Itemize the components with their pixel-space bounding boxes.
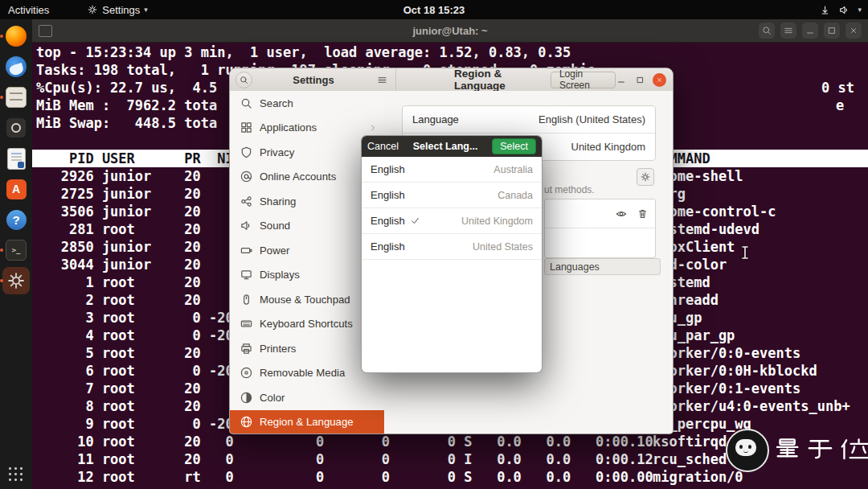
- terminal-close-button[interactable]: [845, 23, 862, 39]
- settings-headerbar-left: Settings: [230, 68, 396, 91]
- files-icon: [6, 87, 27, 108]
- sidebar-item-color[interactable]: Color: [230, 385, 384, 410]
- sidebar-item-label: Search: [260, 97, 293, 109]
- displays-icon: [240, 269, 252, 281]
- chevron-down-icon: ▾: [144, 6, 148, 14]
- minimize-button[interactable]: [616, 74, 627, 85]
- dock-item-terminal[interactable]: >_: [2, 236, 30, 264]
- input-sources-list: [544, 199, 656, 258]
- sidebar-item-label: Removable Media: [260, 367, 345, 379]
- input-source-row[interactable]: [545, 199, 655, 228]
- sidebar-item-label: Power: [260, 244, 289, 257]
- online-accounts-icon: [240, 171, 252, 183]
- terminal-menu-button[interactable]: [780, 23, 796, 39]
- running-indicator-dot: [0, 35, 3, 38]
- window-controls: [616, 73, 666, 87]
- system-tray[interactable]: ▾: [819, 0, 862, 19]
- sidebar-item-search[interactable]: Search: [230, 91, 384, 116]
- dialog-headerbar: Cancel Select Lang... Select: [362, 136, 542, 157]
- dock-item-ubuntu-software[interactable]: A: [2, 175, 30, 203]
- keyboard-icon: [240, 318, 252, 330]
- close-button[interactable]: [653, 73, 666, 87]
- sidebar-item-label: Keyboard Shortcuts: [260, 318, 353, 330]
- dialog-title: Select Lang...: [399, 141, 492, 152]
- sidebar-item-label: Mouse & Touchpad: [260, 294, 350, 306]
- select-button[interactable]: Select: [492, 138, 536, 154]
- dock-item-rhythmbox[interactable]: [2, 114, 30, 142]
- sidebar-item-label: Displays: [260, 269, 300, 281]
- manage-installed-languages-button[interactable]: Languages: [544, 258, 661, 275]
- language-row[interactable]: Language English (United States): [403, 106, 655, 133]
- login-screen-button[interactable]: Login Screen: [551, 72, 616, 88]
- thunderbird-icon: [6, 56, 27, 77]
- dock: A?>_: [0, 19, 32, 489]
- language-name: English: [371, 240, 405, 253]
- terminal-app-icon: [39, 25, 52, 37]
- dock-item-files[interactable]: [2, 84, 30, 111]
- sidebar-item-label: Privacy: [260, 146, 294, 158]
- sidebar-item-label: Region & Language: [260, 416, 354, 428]
- trash-icon[interactable]: [637, 208, 648, 220]
- sidebar-item-region-language[interactable]: Region & Language: [230, 410, 384, 434]
- language-name: English: [371, 189, 405, 201]
- show-applications-button[interactable]: [9, 467, 23, 482]
- mouse-icon: [240, 294, 252, 306]
- formats-value: United Kingdom: [571, 141, 646, 153]
- language-option-australia[interactable]: EnglishAustralia: [362, 157, 542, 183]
- input-sources-caption: ut methods.: [544, 184, 595, 195]
- dock-item-libreoffice-writer[interactable]: [2, 145, 30, 172]
- privacy-icon: [240, 146, 252, 158]
- eye-icon[interactable]: [616, 208, 627, 220]
- qbitai-logo: [726, 429, 769, 472]
- terminal-row: top - 15:23:34 up 3 min, 1 user, load av…: [32, 43, 868, 61]
- maximize-button[interactable]: [634, 74, 645, 85]
- sidebar-item-label: Sound: [260, 220, 290, 232]
- dock-item-firefox[interactable]: [2, 23, 30, 50]
- sidebar-item-label: Sharing: [260, 195, 296, 208]
- removable-media-icon: [240, 367, 252, 379]
- settings-search-button[interactable]: [235, 72, 252, 88]
- clock[interactable]: Oct 18 15:23: [403, 4, 465, 16]
- app-menu[interactable]: Settings ▾: [86, 4, 148, 16]
- settings-headerbar: Settings Region & Language Login Screen: [230, 68, 673, 92]
- region-language-icon: [240, 416, 252, 428]
- sidebar-item-applications[interactable]: Applications: [230, 116, 384, 141]
- input-source-options-button[interactable]: [637, 168, 654, 186]
- language-option-united-kingdom[interactable]: EnglishUnited Kingdom: [362, 208, 542, 234]
- terminal-icon: >_: [6, 240, 27, 261]
- activities-button[interactable]: Activities: [8, 4, 49, 16]
- language-region: Australia: [493, 164, 533, 175]
- firefox-icon: [6, 26, 27, 47]
- settings-menu-button[interactable]: [375, 72, 390, 88]
- check-icon: [411, 216, 420, 226]
- language-region: Canada: [497, 190, 533, 201]
- applications-icon: [240, 121, 252, 134]
- rhythmbox-icon: [6, 118, 26, 138]
- terminal-maximize-button[interactable]: [824, 23, 840, 39]
- dock-item-thunderbird[interactable]: [2, 53, 30, 80]
- ubuntu-software-icon: A: [6, 179, 27, 199]
- printers-icon: [240, 343, 252, 355]
- gear-icon: [86, 4, 98, 16]
- settings-icon: [6, 270, 27, 291]
- sidebar-item-label: Color: [260, 392, 285, 404]
- chevron-down-icon: ▾: [858, 6, 862, 14]
- terminal-search-button[interactable]: [759, 23, 775, 39]
- search-icon: [240, 97, 252, 109]
- language-option-united-states[interactable]: EnglishUnited States: [362, 234, 542, 260]
- sidebar-item-label: Applications: [260, 121, 317, 134]
- qbitai-watermark: [726, 429, 868, 472]
- cancel-button[interactable]: Cancel: [367, 141, 399, 152]
- sidebar-item-label: Online Accounts: [260, 171, 336, 183]
- language-option-canada[interactable]: EnglishCanada: [362, 183, 542, 208]
- terminal-minimize-button[interactable]: [802, 23, 818, 39]
- language-region: United Kingdom: [461, 216, 533, 227]
- dock-item-help[interactable]: ?: [2, 206, 30, 233]
- settings-headerbar-right: Region & Language Login Screen: [396, 68, 673, 91]
- dock-item-settings[interactable]: [2, 267, 30, 294]
- terminal-title: junior@Utah: ~: [412, 25, 487, 37]
- sharing-icon: [240, 195, 252, 208]
- panel-title: Region & Language: [454, 68, 539, 92]
- terminal-titlebar[interactable]: junior@Utah: ~: [32, 19, 868, 43]
- volume-icon: [838, 4, 850, 16]
